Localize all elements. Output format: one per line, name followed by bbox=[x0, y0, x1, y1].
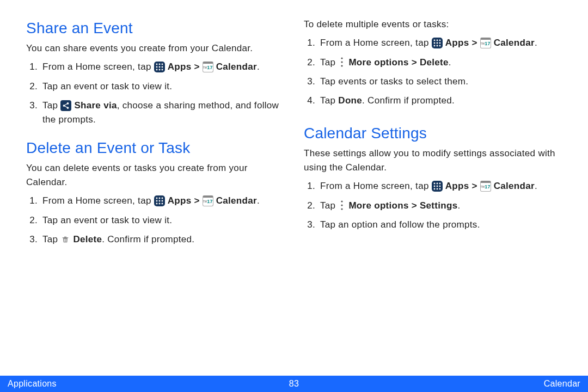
page-footer: Applications 83 Calendar bbox=[0, 376, 588, 392]
footer-page-number: 83 bbox=[0, 379, 588, 389]
apps-icon bbox=[154, 62, 165, 72]
step: From a Home screen, tap Apps > TM17 Cale… bbox=[318, 36, 562, 50]
svg-line-12 bbox=[65, 103, 68, 105]
svg-point-39 bbox=[439, 183, 440, 185]
svg-line-13 bbox=[65, 106, 68, 107]
svg-point-26 bbox=[436, 39, 438, 41]
text: . bbox=[457, 200, 460, 211]
desc-calendar-settings: These settings allow you to modify setti… bbox=[304, 146, 562, 175]
svg-point-0 bbox=[156, 63, 157, 65]
footer-right: Calendar bbox=[544, 379, 580, 389]
apps-label: Apps > bbox=[168, 62, 203, 72]
apps-label: Apps > bbox=[445, 38, 480, 48]
svg-point-32 bbox=[436, 45, 438, 46]
svg-point-21 bbox=[158, 203, 160, 205]
svg-point-45 bbox=[439, 188, 440, 190]
svg-point-10 bbox=[64, 105, 65, 106]
svg-point-19 bbox=[161, 200, 163, 202]
step: Tap More options > Settings. bbox=[318, 199, 562, 213]
step: Tap Done. Confirm if prompted. bbox=[318, 94, 562, 108]
text: From a Home screen, tap bbox=[42, 195, 154, 206]
text: From a Home screen, tap bbox=[320, 181, 432, 191]
svg-point-14 bbox=[156, 198, 157, 199]
text: . Confirm if prompted. bbox=[362, 95, 455, 106]
svg-point-7 bbox=[158, 69, 160, 70]
left-column: Share an Event You can share events you … bbox=[26, 17, 284, 252]
svg-point-9 bbox=[68, 102, 69, 104]
svg-point-31 bbox=[433, 45, 435, 46]
apps-icon bbox=[432, 38, 443, 48]
svg-point-42 bbox=[439, 186, 440, 187]
apps-icon bbox=[432, 181, 443, 192]
delete-label: Delete bbox=[73, 234, 102, 244]
text: From a Home screen, tap bbox=[42, 62, 154, 72]
calendar-label: Calendar bbox=[216, 195, 257, 206]
svg-point-22 bbox=[161, 203, 163, 205]
svg-point-37 bbox=[433, 183, 435, 185]
svg-point-33 bbox=[439, 45, 440, 46]
text: . bbox=[535, 38, 537, 48]
svg-point-20 bbox=[156, 203, 157, 205]
steps-delete-event: From a Home screen, tap Apps > TM17 Cale… bbox=[26, 194, 284, 247]
trash-icon bbox=[60, 234, 70, 245]
svg-point-48 bbox=[341, 209, 343, 210]
step: Tap Share via, choose a sharing method, … bbox=[40, 99, 284, 127]
text: Tap bbox=[42, 100, 60, 111]
heading-delete-event: Delete an Event or Task bbox=[26, 139, 284, 157]
svg-point-11 bbox=[68, 107, 69, 108]
text: . bbox=[449, 57, 451, 68]
svg-point-43 bbox=[433, 188, 435, 190]
svg-point-5 bbox=[161, 66, 163, 68]
svg-point-3 bbox=[156, 66, 157, 68]
calendar-label: Calendar bbox=[216, 62, 257, 72]
desc-delete-event: You can delete events or tasks you creat… bbox=[26, 161, 284, 190]
more-options-icon bbox=[338, 200, 346, 211]
svg-point-2 bbox=[161, 63, 163, 65]
apps-label: Apps > bbox=[168, 195, 203, 206]
svg-point-40 bbox=[433, 186, 435, 187]
text: Tap bbox=[320, 200, 338, 211]
svg-point-25 bbox=[433, 39, 435, 41]
calendar-icon: TM17 bbox=[203, 195, 213, 206]
svg-point-28 bbox=[433, 42, 435, 44]
step: Tap an event or task to view it. bbox=[40, 213, 284, 228]
step: From a Home screen, tap Apps > TM17 Cale… bbox=[318, 179, 562, 193]
footer-left: Applications bbox=[8, 379, 57, 389]
text: . bbox=[535, 181, 537, 191]
svg-point-46 bbox=[341, 201, 343, 203]
calendar-icon: TM17 bbox=[203, 62, 213, 72]
svg-point-17 bbox=[156, 200, 157, 202]
steps-share-event: From a Home screen, tap Apps > TM17 Cale… bbox=[26, 60, 284, 127]
more-options-settings-label: More options > Settings bbox=[348, 200, 457, 211]
step: Tap More options > Delete. bbox=[318, 56, 562, 70]
svg-point-18 bbox=[158, 200, 160, 202]
svg-point-4 bbox=[158, 66, 160, 68]
svg-point-27 bbox=[439, 39, 440, 41]
svg-point-30 bbox=[439, 42, 440, 44]
more-options-delete-label: More options > Delete bbox=[348, 57, 448, 68]
step: From a Home screen, tap Apps > TM17 Cale… bbox=[40, 194, 284, 208]
text: Tap bbox=[320, 95, 338, 106]
share-icon bbox=[60, 100, 71, 111]
calendar-label: Calendar bbox=[494, 38, 535, 48]
svg-point-38 bbox=[436, 183, 438, 185]
apps-icon bbox=[154, 195, 165, 206]
calendar-icon: TM17 bbox=[480, 181, 491, 192]
done-label: Done bbox=[338, 95, 362, 106]
svg-point-36 bbox=[341, 65, 343, 67]
text: Tap bbox=[42, 234, 60, 244]
step: Tap Delete. Confirm if prompted. bbox=[40, 232, 284, 247]
share-via-label: Share via bbox=[74, 100, 117, 111]
apps-label: Apps > bbox=[445, 181, 480, 191]
desc-share-event: You can share events you create from you… bbox=[26, 41, 284, 56]
svg-point-41 bbox=[436, 186, 438, 187]
right-column: To delete multiple events or tasks: From… bbox=[304, 17, 562, 252]
intro-delete-multiple: To delete multiple events or tasks: bbox=[304, 17, 562, 32]
heading-share-event: Share an Event bbox=[26, 20, 284, 37]
calendar-icon: TM17 bbox=[480, 38, 491, 48]
calendar-label: Calendar bbox=[494, 181, 535, 191]
svg-point-47 bbox=[341, 205, 343, 206]
text: Tap bbox=[320, 57, 338, 68]
steps-calendar-settings: From a Home screen, tap Apps > TM17 Cale… bbox=[304, 179, 562, 232]
svg-point-1 bbox=[158, 63, 160, 65]
